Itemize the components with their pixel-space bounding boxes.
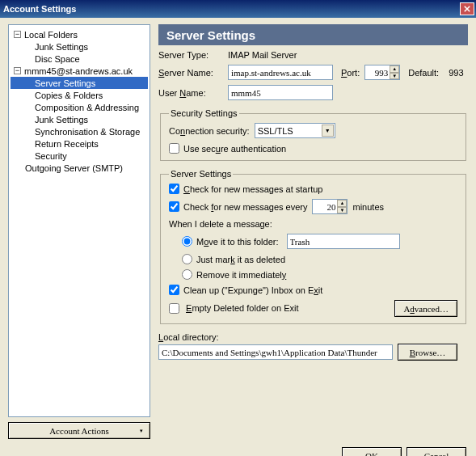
tree-item-label: Server Settings (35, 78, 95, 88)
tree-item[interactable]: −mmm45@st-andrews.ac.uk (11, 65, 148, 77)
tree-item-label: mmm45@st-andrews.ac.uk (24, 66, 133, 76)
expunge-label: Clean up ("Expunge") Inbox on Exit (183, 285, 322, 295)
tree-toggle-icon[interactable]: − (14, 67, 21, 74)
user-name-label: User Name: (158, 88, 223, 98)
conn-security-label: Connection security: (169, 126, 250, 136)
delete-label: When I delete a message: (169, 219, 272, 229)
tree-item-label: Security (35, 151, 67, 161)
port-label: Port: (341, 68, 360, 78)
port-down[interactable]: ▼ (390, 73, 399, 80)
account-actions-button[interactable]: Account Actions (8, 422, 150, 439)
titlebar: Account Settings (0, 0, 476, 18)
tree-item[interactable]: Junk Settings (11, 113, 148, 125)
window-title: Account Settings (3, 4, 76, 14)
server-type-label: Server Type: (158, 50, 223, 60)
interval-down[interactable]: ▼ (337, 207, 347, 214)
close-icon (464, 6, 470, 12)
check-every-pre: Check for new messages every (183, 202, 307, 212)
server-type-value: IMAP Mail Server (228, 50, 297, 60)
check-startup-label: Check for new messages at startup (183, 184, 322, 194)
tree-item-label: Synchronisation & Storage (35, 127, 140, 137)
remove-imm-label: Remove it immediately (196, 270, 286, 280)
chevron-down-icon: ▼ (322, 125, 334, 137)
default-label: Default: (408, 68, 439, 78)
dialog-buttons: OK Cancel (0, 439, 476, 456)
conn-security-value: SSL/TLS (258, 126, 293, 136)
tree-item-label: Junk Settings (35, 42, 88, 52)
empty-deleted-checkbox[interactable] (169, 303, 179, 314)
tree-item[interactable]: Return Receipts (11, 137, 148, 150)
server-name-label: Server Name: (158, 68, 223, 78)
port-up[interactable]: ▲ (390, 65, 399, 73)
tree-item[interactable]: Copies & Folders (11, 89, 148, 101)
local-dir-label: Local directory: (158, 332, 219, 342)
close-button[interactable] (460, 2, 474, 15)
interval-input[interactable] (313, 200, 337, 213)
user-name-input[interactable] (228, 85, 333, 100)
account-tree[interactable]: −Local FoldersJunk SettingsDisc Space−mm… (8, 24, 150, 417)
port-spinner[interactable]: ▲▼ (364, 65, 400, 80)
tree-item-label: Composition & Addressing (35, 103, 139, 112)
secure-auth-checkbox[interactable] (169, 143, 179, 154)
tree-item-label: Disc Space (35, 54, 80, 64)
server-settings-group: Server Settings Check for new messages a… (160, 169, 466, 324)
secure-auth-label: Use secure authentication (183, 144, 286, 154)
move-to-label: Move it to this folder: (196, 237, 279, 247)
tree-toggle-icon[interactable]: − (14, 31, 21, 38)
remove-imm-radio[interactable] (182, 269, 192, 280)
ok-button[interactable]: OK (342, 447, 402, 456)
tree-item-label: Local Folders (24, 30, 78, 40)
browse-button[interactable]: Browse… (398, 344, 457, 361)
just-mark-radio[interactable] (182, 254, 192, 264)
check-every-post: minutes (352, 202, 384, 212)
tree-item[interactable]: Outgoing Server (SMTP) (11, 162, 148, 174)
trash-folder-input[interactable] (287, 234, 400, 249)
cancel-button[interactable]: Cancel (406, 447, 466, 456)
tree-item-label: Copies & Folders (35, 91, 103, 100)
expunge-checkbox[interactable] (169, 285, 179, 295)
tree-item-label: Return Receipts (35, 139, 99, 149)
advanced-button[interactable]: Advanced… (394, 300, 457, 317)
just-mark-label: Just mark it as deleted (196, 255, 285, 264)
server-name-input[interactable] (228, 65, 333, 80)
empty-deleted-label: Empty Deleted folder on Exit (186, 303, 298, 313)
default-value: 993 (449, 68, 463, 78)
tree-item[interactable]: Server Settings (11, 77, 148, 89)
tree-item-label: Junk Settings (35, 115, 88, 125)
interval-spinner[interactable]: ▲▼ (312, 199, 348, 214)
tree-item[interactable]: −Local Folders (11, 28, 148, 40)
server-settings-legend: Server Settings (169, 169, 233, 179)
security-settings-group: Security Settings Connection security: S… (160, 108, 466, 161)
check-startup-checkbox[interactable] (169, 184, 179, 194)
interval-up[interactable]: ▲ (337, 200, 347, 207)
conn-security-select[interactable]: SSL/TLS ▼ (255, 123, 335, 138)
move-to-radio[interactable] (182, 236, 192, 247)
panel-heading: Server Settings (158, 24, 468, 45)
security-legend: Security Settings (169, 108, 239, 118)
tree-item[interactable]: Composition & Addressing (11, 101, 148, 113)
tree-item[interactable]: Synchronisation & Storage (11, 125, 148, 137)
tree-item[interactable]: Junk Settings (11, 40, 148, 53)
tree-item-label: Outgoing Server (SMTP) (25, 163, 123, 173)
local-dir-input[interactable] (158, 344, 393, 360)
tree-item[interactable]: Disc Space (11, 53, 148, 65)
port-input[interactable] (365, 65, 390, 79)
tree-item[interactable]: Security (11, 150, 148, 162)
main-panel: Server Settings Server Type: IMAP Mail S… (150, 24, 468, 417)
check-every-checkbox[interactable] (169, 201, 179, 212)
